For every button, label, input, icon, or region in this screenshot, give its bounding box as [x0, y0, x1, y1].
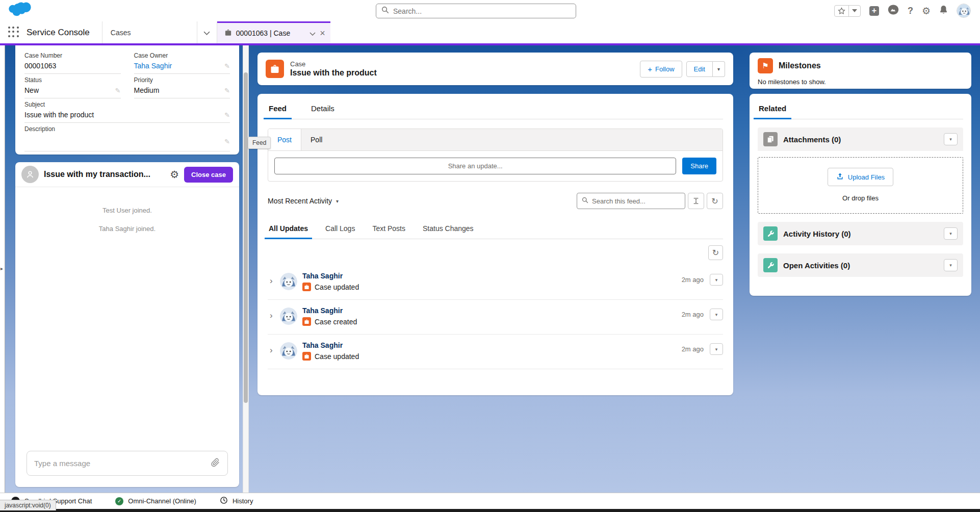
case-number-value: 00001063 [24, 62, 121, 70]
tab-poll[interactable]: Poll [301, 129, 331, 150]
drop-files-text: Or drop files [842, 194, 879, 202]
feed-item-menu-button[interactable]: ▾ [710, 343, 723, 355]
feed-search-input[interactable] [592, 197, 680, 205]
collapse-all-button[interactable] [688, 193, 704, 209]
chevron-down-icon [203, 28, 210, 37]
edit-pencil-icon[interactable]: ✎ [224, 111, 230, 119]
quick-create-icon[interactable]: + [869, 6, 879, 16]
workspace-tab-case[interactable]: 00001063 | Case × [217, 21, 330, 43]
feed-item[interactable]: › Taha Saghir Case updated 2m ago ▾ [268, 265, 723, 300]
feed-list-refresh-button[interactable]: ↻ [708, 245, 723, 260]
app-name: Service Console [27, 21, 90, 43]
upload-files-button[interactable]: Upload Files [828, 168, 893, 186]
attachments-icon [763, 132, 778, 146]
edit-button[interactable]: Edit [686, 61, 713, 77]
feed-item[interactable]: › Taha Saghir Case updated 2m ago ▾ [268, 335, 723, 369]
global-search [376, 4, 576, 18]
chevron-down-icon: ▾ [336, 198, 339, 204]
feed-refresh-button[interactable]: ↻ [707, 193, 723, 209]
left-panel-scrollbar[interactable] [243, 45, 249, 493]
milestones-card: ⚑ Milestones No milestones to show. [750, 53, 971, 89]
expand-chevron-icon[interactable]: › [270, 311, 275, 321]
share-button[interactable]: Share [682, 158, 716, 174]
utility-omni-channel[interactable]: ✓ Omni-Channel (Online) [115, 497, 196, 505]
chevron-down-icon: ▾ [949, 137, 952, 142]
tab-chevron-down-icon[interactable] [310, 29, 316, 37]
open-activities-menu-button[interactable]: ▾ [944, 259, 958, 271]
tab-post[interactable]: Post [268, 129, 301, 150]
edit-pencil-icon[interactable]: ✎ [224, 138, 230, 145]
setup-gear-icon[interactable]: ⚙ [922, 5, 931, 17]
expand-chevron-icon[interactable]: › [270, 345, 275, 355]
tab-close-icon[interactable]: × [320, 29, 325, 38]
utility-history[interactable]: History [220, 496, 253, 506]
favorites-star-icon[interactable] [835, 6, 848, 16]
scrollbar-thumb[interactable] [244, 72, 248, 403]
share-update-input[interactable] [274, 158, 676, 174]
filter-call-logs[interactable]: Call Logs [324, 222, 356, 239]
tab-related[interactable]: Related [758, 101, 787, 119]
feed-card: Feed Details Post Poll Share Most Recent… [257, 94, 733, 395]
close-case-button[interactable]: Close case [184, 167, 233, 183]
activity-history-menu-button[interactable]: ▾ [944, 227, 958, 240]
feed-item-menu-button[interactable]: ▾ [710, 274, 723, 286]
browser-status-tooltip: javascript:void(0) [0, 500, 56, 510]
edit-pencil-icon[interactable]: ✎ [224, 62, 230, 70]
status-value: New [24, 86, 115, 94]
feed-item-menu-button[interactable]: ▾ [710, 309, 723, 320]
follow-button[interactable]: +Follow [640, 61, 682, 78]
salesforce-logo-icon[interactable] [8, 2, 32, 21]
sendbird-chat-panel: Issue with my transaction... ⚙ Close cas… [15, 162, 239, 487]
feed-author-link[interactable]: Taha Saghir [302, 272, 359, 280]
milestones-empty-text: No milestones to show. [758, 78, 963, 86]
chat-message-input[interactable] [34, 459, 205, 468]
attachments-title: Attachments (0) [783, 135, 841, 144]
feed-author-link[interactable]: Taha Saghir [302, 306, 357, 315]
more-actions-button[interactable]: ▾ [713, 61, 725, 77]
chevron-down-icon: ▾ [715, 312, 718, 317]
favorites-group [834, 5, 861, 17]
left-collapse-rail[interactable]: ▸ [0, 45, 5, 493]
attachments-menu-button[interactable]: ▾ [944, 133, 958, 145]
milestones-title: Milestones [779, 61, 821, 70]
author-avatar[interactable] [280, 342, 297, 360]
case-owner-link[interactable]: Taha Saghir [134, 62, 225, 70]
author-avatar[interactable] [280, 308, 297, 325]
chat-avatar [21, 166, 39, 183]
feed-author-link[interactable]: Taha Saghir [302, 341, 359, 349]
chat-settings-gear-icon[interactable]: ⚙ [170, 168, 179, 181]
activity-history-section-header[interactable]: Activity History (0) ▾ [758, 222, 963, 245]
global-search-input[interactable] [393, 7, 571, 15]
feed-sort-dropdown[interactable]: Most Recent Activity ▾ [268, 197, 339, 205]
tab-feed[interactable]: Feed [268, 101, 288, 119]
notifications-bell-icon[interactable] [939, 5, 948, 17]
expand-chevron-icon[interactable]: › [270, 276, 275, 286]
trailhead-icon[interactable] [888, 5, 899, 17]
user-avatar[interactable] [957, 4, 971, 18]
app-launcher-icon[interactable] [8, 27, 19, 38]
upload-icon [836, 172, 844, 182]
nav-tab-cases[interactable]: Cases [102, 21, 197, 43]
author-avatar[interactable] [280, 273, 297, 290]
feed-item[interactable]: › Taha Saghir Case created 2m ago ▾ [268, 300, 723, 335]
case-object-icon [266, 60, 284, 78]
edit-pencil-icon[interactable]: ✎ [115, 87, 121, 94]
search-icon [582, 196, 588, 206]
filter-text-posts[interactable]: Text Posts [371, 222, 406, 239]
favorites-dropdown-icon[interactable] [848, 6, 860, 16]
nav-tab-dropdown[interactable] [197, 21, 217, 43]
attach-paperclip-icon[interactable] [210, 457, 220, 470]
history-clock-icon [220, 496, 228, 506]
edit-pencil-icon[interactable]: ✎ [224, 87, 230, 94]
file-dropzone[interactable]: Upload Files Or drop files [758, 157, 963, 214]
filter-all-updates[interactable]: All Updates [268, 222, 309, 239]
chat-header: Issue with my transaction... ⚙ Close cas… [15, 162, 239, 187]
tab-details[interactable]: Details [310, 101, 336, 119]
open-activities-section-header[interactable]: Open Activities (0) ▾ [758, 253, 963, 277]
refresh-icon: ↻ [712, 248, 719, 258]
filter-status-changes[interactable]: Status Changes [422, 222, 475, 239]
help-icon[interactable]: ? [908, 6, 913, 16]
refresh-icon: ↻ [711, 196, 718, 206]
case-icon [302, 317, 311, 326]
attachments-section-header[interactable]: Attachments (0) ▾ [758, 127, 963, 151]
